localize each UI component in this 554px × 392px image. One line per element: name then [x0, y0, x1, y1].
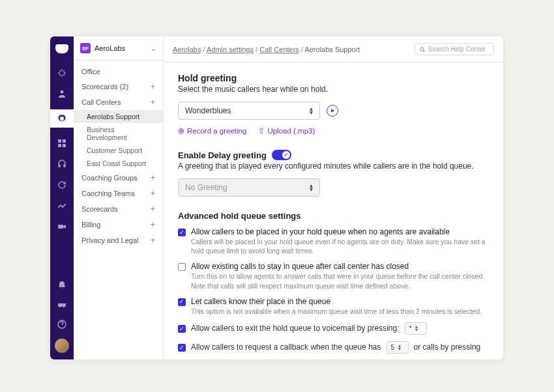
opt-voicemail: Allow callers to exit the hold queue to … [178, 322, 489, 335]
svg-rect-3 [58, 144, 61, 147]
refresh-icon[interactable] [57, 180, 67, 190]
org-switcher[interactable]: SF AeroLabs ⌄ [74, 36, 163, 61]
crumb-current: Aerolabs Support [304, 46, 360, 53]
sidebar-item-coaching-groups[interactable]: Coaching Groups+ [74, 170, 163, 186]
org-badge: SF [80, 43, 91, 53]
crumb-callcenters[interactable]: Call Centers [259, 46, 299, 53]
nav-rail [50, 36, 74, 359]
sidebar-item-scorecards[interactable]: Scorecards+ [74, 201, 163, 217]
advanced-title: Advanced hold queue settings [178, 211, 489, 221]
crumb-admin[interactable]: Admin settings [207, 46, 254, 53]
opt-queue-place: Let callers know their place in the queu… [178, 297, 489, 316]
delay-sub: A greeting that is played every configur… [178, 161, 489, 171]
trend-icon[interactable] [57, 201, 67, 211]
plus-icon[interactable]: + [151, 189, 155, 198]
sort-icon: ▴▾ [310, 107, 313, 115]
crumb-aerolabs[interactable]: Aerolabs [173, 46, 201, 53]
svg-point-7 [59, 306, 61, 307]
sort-icon: ▴▾ [310, 184, 313, 191]
help-icon[interactable] [57, 319, 67, 329]
video-icon[interactable] [57, 221, 67, 232]
avatar[interactable] [55, 339, 69, 353]
checkbox[interactable] [178, 229, 186, 236]
sidebar-item-callcenters[interactable]: Call Centers+ [74, 94, 163, 110]
sidebar-item-privacy[interactable]: Privacy and Legal+ [74, 232, 163, 248]
opt-no-agents: Allow callers to be placed in your hold … [178, 227, 489, 255]
svg-rect-4 [63, 144, 66, 147]
hold-title: Hold greeting [178, 73, 489, 83]
play-button[interactable] [327, 105, 338, 117]
grid-icon[interactable] [57, 138, 67, 148]
sidebar-item-coaching-teams[interactable]: Caoching Teams+ [74, 186, 163, 201]
opt-callback: Allow callers to request a callback when… [178, 341, 489, 354]
car-icon[interactable] [57, 300, 67, 310]
search-icon [419, 46, 426, 53]
checkbox[interactable] [178, 325, 186, 333]
record-greeting-link[interactable]: ⊕ Record a greeting [178, 126, 246, 135]
svg-rect-5 [58, 225, 63, 229]
svg-rect-1 [58, 139, 61, 143]
org-name: AeroLabs [95, 44, 151, 52]
search-input[interactable]: Search Help Center [415, 43, 494, 55]
sort-icon: ▴▾ [398, 344, 401, 350]
record-icon: ⊕ [178, 126, 184, 135]
callback-count-select[interactable]: 5 ▴▾ [386, 341, 409, 354]
main: Aerolabs / Admin settings / Call Centers… [164, 36, 503, 359]
sidebar-item-billing[interactable]: Billing+ [74, 217, 163, 232]
topbar: Aerolabs / Admin settings / Call Centers… [164, 36, 503, 63]
bell-icon[interactable] [57, 280, 67, 290]
upload-icon: ⇧ [258, 126, 265, 135]
headset-icon[interactable] [57, 159, 67, 169]
plus-icon[interactable]: + [151, 98, 155, 107]
plus-icon[interactable]: + [151, 220, 155, 229]
sidebar-nav: Office Scorecards (2)+ Call Centers+ Aer… [74, 61, 163, 252]
hold-sub: Select the music callers hear while on h… [178, 85, 489, 94]
sidebar-sub-aerolabs-support[interactable]: Aerolabs Support [74, 110, 163, 123]
app-logo [55, 44, 68, 53]
app-shell: SF AeroLabs ⌄ Office Scorecards (2)+ Cal… [50, 36, 503, 359]
plus-icon[interactable]: + [151, 204, 155, 214]
hold-music-select[interactable]: Wonderblues ▴▾ [178, 102, 320, 120]
sidebar-sub-east-coast[interactable]: East Coast Support [74, 157, 163, 170]
checkbox[interactable] [178, 344, 186, 352]
svg-rect-2 [63, 139, 66, 143]
chevron-down-icon: ⌄ [151, 44, 156, 53]
svg-point-0 [61, 91, 64, 94]
user-icon[interactable] [57, 89, 67, 99]
sort-icon: ▴▾ [415, 325, 418, 331]
sidebar-item-office[interactable]: Office [74, 64, 163, 79]
plus-icon[interactable]: + [151, 236, 155, 245]
checkbox[interactable] [178, 263, 186, 271]
sidebar-sub-customer-support[interactable]: Customer Support [74, 144, 163, 157]
svg-point-8 [63, 306, 65, 307]
voicemail-key-select[interactable]: * ▴▾ [405, 322, 427, 335]
gear-icon[interactable] [50, 109, 74, 128]
sidebar-item-scorecards2[interactable]: Scorecards (2)+ [74, 79, 163, 94]
opt-after-close: Allow existing calls to stay in queue af… [178, 262, 489, 290]
delay-title: Enable Delay greeting [178, 150, 267, 160]
content: Hold greeting Select the music callers h… [164, 63, 503, 359]
sidebar-sub-bizdev[interactable]: Business Development [74, 123, 163, 144]
svg-point-10 [420, 47, 424, 50]
checkbox[interactable] [178, 298, 186, 306]
delay-toggle[interactable] [272, 150, 291, 160]
plus-icon[interactable]: + [151, 173, 155, 182]
sparkle-icon[interactable] [57, 68, 67, 78]
upload-mp3-link[interactable]: ⇧ Upload (.mp3) [258, 126, 315, 135]
breadcrumb: Aerolabs / Admin settings / Call Centers… [173, 46, 415, 53]
svg-rect-6 [58, 303, 66, 307]
plus-icon[interactable]: + [151, 82, 155, 91]
sidebar: SF AeroLabs ⌄ Office Scorecards (2)+ Cal… [74, 36, 164, 359]
delay-greeting-select[interactable]: No Greeting ▴▾ [178, 178, 320, 197]
